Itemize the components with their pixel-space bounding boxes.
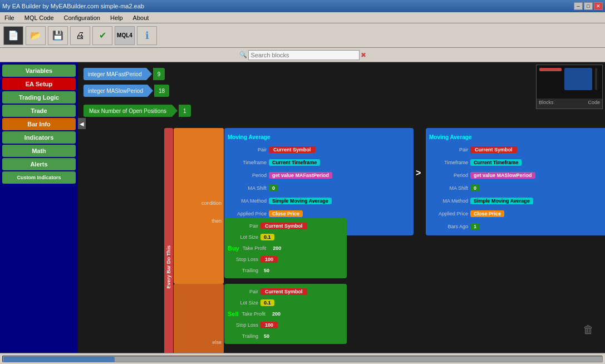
searchbar: 🔍 ✖ xyxy=(0,48,605,62)
sell-lotsize-value[interactable]: 0.1 xyxy=(260,299,274,306)
main-layout: Variables EA Setup Trading Logic Trade B… xyxy=(0,62,605,353)
scrollbar-thumb[interactable] xyxy=(3,357,115,362)
menu-file[interactable]: File xyxy=(2,14,17,21)
sell-pair-row: Pair Current Symbol xyxy=(228,286,343,297)
variable-mafastperiod: integer MAFastPeriod 9 xyxy=(83,68,165,80)
buy-trailing-row: Trailing 50 xyxy=(228,265,343,276)
sidebar-item-trade[interactable]: Trade xyxy=(2,105,76,117)
mql4-button[interactable]: MQL4 xyxy=(115,26,135,45)
sidebar-item-barinfo[interactable]: Bar Info xyxy=(2,118,76,130)
titlebar-controls: – □ ✕ xyxy=(574,2,603,10)
buy-pair-row: Pair Current Symbol xyxy=(228,220,343,232)
sidebar-item-alerts[interactable]: Alerts xyxy=(2,158,76,170)
var-value2[interactable]: 18 xyxy=(154,85,169,97)
minimap-code-label: Code xyxy=(588,100,600,105)
minimap-preview xyxy=(537,65,602,99)
sell-stoploss-value[interactable]: 100 xyxy=(260,322,278,328)
menubar: File MQL Code Configuration Help About xyxy=(0,12,605,23)
condition-block: condition then ifelse xyxy=(174,128,224,284)
ma2-timeframe-value[interactable]: Current Timeframe xyxy=(470,159,522,166)
sidebar-item-customindicators[interactable]: Custom Indicators xyxy=(2,171,76,184)
sell-stoploss-row: Stop Loss 100 xyxy=(228,319,343,331)
menu-help[interactable]: Help xyxy=(108,14,125,21)
max-positions-value[interactable]: 1 xyxy=(179,105,191,117)
sidebar-item-tradinglogic[interactable]: Trading Logic xyxy=(2,91,76,104)
sidebar-item-variables[interactable]: Variables xyxy=(2,65,76,77)
save-button[interactable]: 💾 xyxy=(48,26,68,45)
trash-icon[interactable]: 🗑 xyxy=(583,323,594,336)
sidebar: Variables EA Setup Trading Logic Trade B… xyxy=(0,62,78,353)
scrollbar-track[interactable] xyxy=(2,356,603,362)
sell-trailing-value[interactable]: 50 xyxy=(260,333,273,340)
new-button[interactable]: 📄 xyxy=(3,26,23,45)
ma1-appliedprice-value[interactable]: Close Price xyxy=(269,210,303,217)
ma2-shift-value[interactable]: 0 xyxy=(470,185,480,191)
about-button[interactable]: ℹ xyxy=(137,26,157,45)
buy-takeprofit-value[interactable]: 200 xyxy=(269,245,284,252)
gt-symbol: > xyxy=(416,168,421,178)
menu-configuration[interactable]: Configuration xyxy=(62,14,102,21)
minimize-button[interactable]: – xyxy=(574,2,583,10)
sell-trailing-row: Trailing 50 xyxy=(228,331,343,342)
sell-label: Sell xyxy=(228,311,239,317)
ma2-method-value[interactable]: Simple Moving Average xyxy=(470,198,533,204)
close-button[interactable]: ✕ xyxy=(594,2,603,10)
window-title: My EA Builder by MyEABuilder.com simple-… xyxy=(2,3,144,9)
var-type-label2: integer MASlowPeriod xyxy=(83,85,147,97)
else-block: else xyxy=(174,284,224,353)
minimap-footer: Blocks Code xyxy=(537,99,602,106)
ma2-method-row: MA Method Simple Moving Average xyxy=(429,195,605,207)
search-input[interactable] xyxy=(248,50,360,60)
ma2-shift-row: MA Shift 0 xyxy=(429,182,605,194)
ma1-pair-value[interactable]: Current Symbol xyxy=(269,146,316,153)
sidebar-item-math[interactable]: Math xyxy=(2,145,76,157)
open-button[interactable]: 📂 xyxy=(26,26,46,45)
then-text: then xyxy=(211,218,222,224)
ma1-title-row: Moving Average xyxy=(228,131,410,143)
search-clear-icon[interactable]: ✖ xyxy=(361,51,366,59)
toolbar: 📄 📂 💾 🖨 ✔ MQL4 ℹ xyxy=(0,23,605,48)
buy-label: Buy xyxy=(228,245,239,252)
var-arrow xyxy=(146,68,152,80)
ma1-timeframe-value[interactable]: Current Timeframe xyxy=(269,159,320,166)
buy-block: Pair Current Symbol Lot Size 0.1 Buy Tak… xyxy=(224,218,347,278)
titlebar: My EA Builder by MyEABuilder.com simple-… xyxy=(0,0,605,12)
validate-button[interactable]: ✔ xyxy=(92,26,112,45)
sidebar-item-easetup[interactable]: EA Setup xyxy=(2,78,76,90)
maximize-button[interactable]: □ xyxy=(584,2,593,10)
ma2-block: Moving Average Pair Current Symbol Timef… xyxy=(426,128,605,235)
ma1-method-value[interactable]: Simple Moving Average xyxy=(269,198,332,204)
buy-stoploss-value[interactable]: 100 xyxy=(260,256,278,263)
sell-pair-value[interactable]: Current Symbol xyxy=(260,288,307,295)
buy-pair-value[interactable]: Current Symbol xyxy=(260,223,307,229)
max-positions-arrow xyxy=(172,105,178,117)
ma1-method-row: MA Method Simple Moving Average xyxy=(228,195,410,207)
menu-mqlcode[interactable]: MQL Code xyxy=(22,14,56,21)
ma2-barsago-row: Bars Ago 1 xyxy=(429,220,605,233)
collapse-button[interactable]: ◀ xyxy=(78,118,86,129)
ma2-pair-value[interactable]: Current Symbol xyxy=(470,146,517,153)
sell-takeprofit-value[interactable]: 200 xyxy=(269,311,284,317)
ma1-timeframe-row: Timeframe Current Timeframe xyxy=(228,156,410,169)
ma1-title: Moving Average xyxy=(228,134,270,140)
minimap: Blocks Code xyxy=(536,65,603,109)
menu-about[interactable]: About xyxy=(131,14,151,21)
canvas[interactable]: integer MAFastPeriod 9 integer MASlowPer… xyxy=(78,62,605,353)
ma1-period-value[interactable]: get value MAFastPeriod xyxy=(269,172,332,179)
ma2-period-value[interactable]: get value MASlowPeriod xyxy=(470,172,535,179)
print-button[interactable]: 🖨 xyxy=(70,26,90,45)
ma2-period-row: Period get value MASlowPeriod xyxy=(429,169,605,181)
ma2-title: Moving Average xyxy=(429,134,472,140)
ma2-barsago-value[interactable]: 1 xyxy=(470,223,480,230)
ma2-appliedprice-value[interactable]: Close Price xyxy=(470,210,504,217)
var-arrow2 xyxy=(147,85,153,97)
var-type-label: integer MAFastPeriod xyxy=(83,68,146,80)
sidebar-item-indicators[interactable]: Indicators xyxy=(2,131,76,144)
ma2-appliedprice-row: Applied Price Close Price xyxy=(429,208,605,220)
ma1-pair-row: Pair Current Symbol xyxy=(228,144,410,156)
buy-trailing-value[interactable]: 50 xyxy=(260,267,273,274)
buy-stoploss-row: Stop Loss 100 xyxy=(228,254,343,265)
var-value[interactable]: 9 xyxy=(153,68,165,80)
buy-lotsize-value[interactable]: 0.1 xyxy=(260,234,274,240)
ma1-shift-value[interactable]: 0 xyxy=(269,185,278,191)
